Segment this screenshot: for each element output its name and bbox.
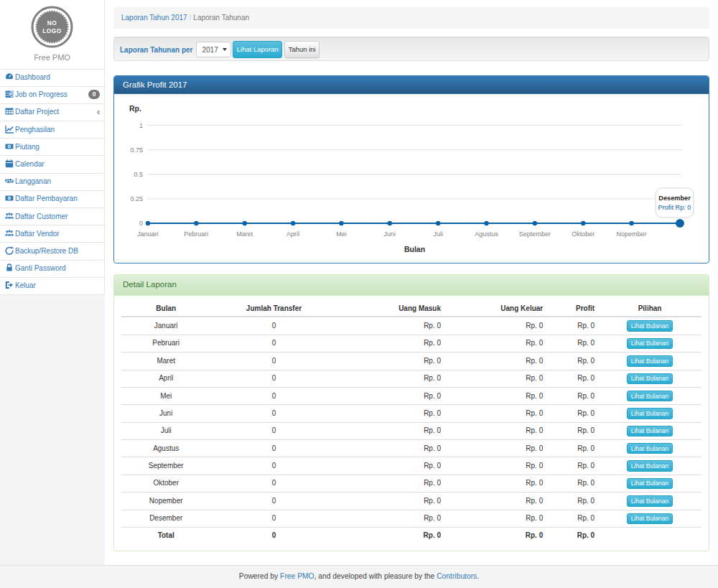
svg-text:0: 0 <box>139 220 143 227</box>
svg-text:Rp.: Rp. <box>129 104 141 113</box>
svg-text:Mei: Mei <box>336 230 347 238</box>
svg-text:Bulan: Bulan <box>404 245 425 253</box>
svg-text:NO: NO <box>47 19 57 27</box>
svg-text:Nopember: Nopember <box>617 230 647 238</box>
svg-text:Pebruari: Pebruari <box>184 230 208 238</box>
svg-text:Januari: Januari <box>137 230 159 238</box>
svg-text:0.5: 0.5 <box>134 171 143 178</box>
svg-text:Juni: Juni <box>384 230 396 238</box>
svg-text:Agustus: Agustus <box>475 230 498 238</box>
svg-text:September: September <box>519 230 551 238</box>
svg-text:1: 1 <box>139 122 143 129</box>
svg-text:0.75: 0.75 <box>130 146 143 154</box>
svg-text:Maret: Maret <box>236 230 253 238</box>
svg-text:Oktober: Oktober <box>572 230 595 238</box>
svg-text:Juli: Juli <box>433 230 443 238</box>
svg-text:LOGO: LOGO <box>42 27 61 34</box>
svg-text:0.25: 0.25 <box>130 195 143 202</box>
svg-text:April: April <box>286 230 299 238</box>
